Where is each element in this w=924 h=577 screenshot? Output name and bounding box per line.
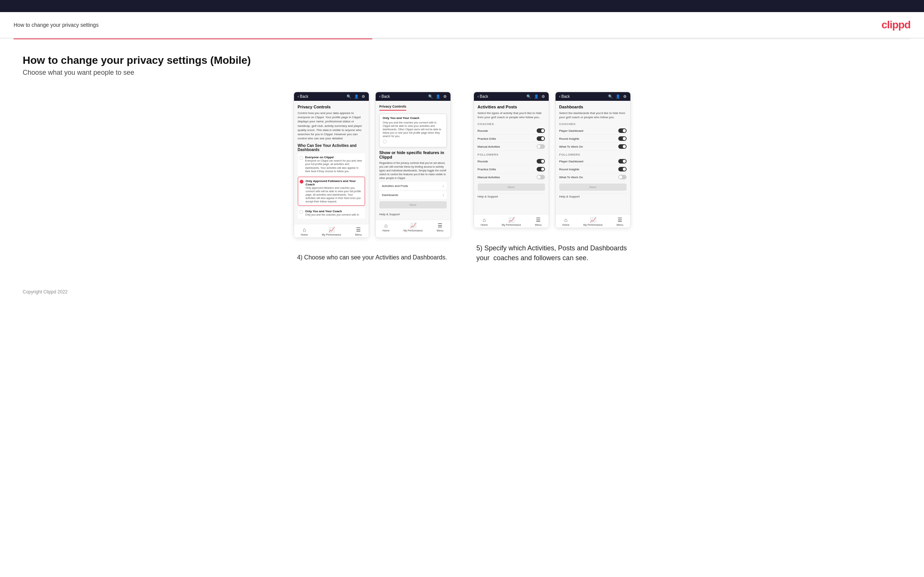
- home-icon-1: ⌂: [303, 227, 306, 233]
- help-support-4: Help & Support: [559, 193, 627, 198]
- main-content: How to change your privacy settings (Mob…: [0, 39, 924, 278]
- toggle-what-to-work-follower-switch[interactable]: [618, 175, 627, 179]
- screen3-body: Select the types of activity that you'd …: [478, 111, 545, 119]
- dropdown-radio[interactable]: [383, 139, 443, 143]
- dashboards-menu[interactable]: Dashboards ›: [380, 191, 447, 199]
- show-hide-title: Show or hide specific features in Clippd: [380, 150, 447, 160]
- phone-mockup-1: ‹ Back 🔍 👤 ⚙ Privacy Controls Control ho…: [294, 92, 369, 238]
- user-icon-1[interactable]: 👤: [354, 94, 359, 98]
- followers-label-4: FOLLOWERS: [559, 153, 627, 156]
- dropdown-radio-circle: [383, 140, 387, 143]
- toggle-rounds-follower[interactable]: Rounds: [478, 158, 545, 165]
- toggle-rounds-coach-switch[interactable]: [536, 128, 545, 133]
- toggle-practice-follower[interactable]: Practice Drills: [478, 165, 545, 173]
- search-icon-2[interactable]: 🔍: [428, 94, 433, 98]
- show-hide-body: Regardless of the privacy controls that …: [380, 161, 447, 180]
- phone-topbar-left-4: ‹ Back: [559, 94, 570, 98]
- coaches-label-4: COACHES: [559, 122, 627, 126]
- search-icon-4[interactable]: 🔍: [608, 94, 612, 98]
- toggle-manual-follower[interactable]: Manual Activities: [478, 173, 545, 181]
- toggle-round-insights-coach[interactable]: Round Insights: [559, 135, 627, 143]
- screen1-subsection: Who Can See Your Activities and Dashboar…: [298, 143, 365, 152]
- search-icon-3[interactable]: 🔍: [527, 94, 531, 98]
- back-button-3[interactable]: ‹ Back: [478, 94, 488, 98]
- radio-option-everyone[interactable]: Everyone on Clippd Everyone on Clippd ca…: [298, 153, 365, 175]
- settings-icon-2[interactable]: ⚙: [443, 94, 447, 98]
- phone-content-2: Privacy Controls Only You and Your Coach…: [376, 101, 451, 220]
- toggle-player-dash-follower[interactable]: Player Dashboard: [559, 158, 627, 165]
- toggle-round-insights-coach-switch[interactable]: [618, 136, 627, 141]
- nav-menu-3[interactable]: ☰ Menu: [535, 217, 542, 226]
- settings-icon-1[interactable]: ⚙: [362, 94, 365, 98]
- page-subheading: Choose what you want people to see: [23, 69, 901, 77]
- phones-row-right: ‹ Back 🔍 👤 ⚙ Activities and Posts Select…: [473, 92, 631, 234]
- nav-home-2[interactable]: ⌂ Home: [383, 222, 389, 232]
- topbar-icons-1: 🔍 👤 ⚙: [347, 94, 365, 98]
- phone-topbar-left-2: ‹ Back: [380, 94, 390, 98]
- toggle-round-insights-follower[interactable]: Round Insights: [559, 165, 627, 173]
- menu-icon-2: ☰: [438, 222, 443, 229]
- footer: Copyright Clippd 2022: [0, 278, 924, 306]
- toggle-player-dash-coach[interactable]: Player Dashboard: [559, 127, 627, 135]
- toggle-manual-follower-switch[interactable]: [536, 175, 545, 179]
- search-icon-1[interactable]: 🔍: [347, 94, 351, 98]
- screenshots-outer: ‹ Back 🔍 👤 ⚙ Privacy Controls Control ho…: [23, 92, 901, 263]
- toggle-round-insights-follower-switch[interactable]: [618, 167, 627, 171]
- toggle-rounds-follower-switch[interactable]: [536, 159, 545, 163]
- nav-menu-2[interactable]: ☰ Menu: [437, 222, 444, 232]
- toggle-what-to-work-coach-switch[interactable]: [618, 144, 627, 149]
- toggle-what-to-work-follower[interactable]: What To Work On: [559, 173, 627, 181]
- user-icon-2[interactable]: 👤: [436, 94, 440, 98]
- activities-posts-menu[interactable]: Activities and Posts ›: [380, 182, 447, 190]
- toggle-manual-coach-switch[interactable]: [536, 144, 545, 149]
- right-section: ‹ Back 🔍 👤 ⚙ Activities and Posts Select…: [473, 92, 631, 263]
- toggle-what-to-work-coach[interactable]: What To Work On: [559, 143, 627, 151]
- back-button-1[interactable]: ‹ Back: [298, 94, 309, 98]
- nav-performance-2[interactable]: 📈 My Performance: [403, 222, 423, 232]
- toggle-player-dash-follower-switch[interactable]: [618, 159, 627, 163]
- nav-menu-1[interactable]: ☰ Menu: [355, 227, 362, 236]
- toggle-practice-follower-switch[interactable]: [536, 167, 545, 171]
- toggle-practice-coach[interactable]: Practice Drills: [478, 135, 545, 143]
- phone-topbar-left-1: ‹ Back: [298, 94, 309, 98]
- nav-home-3[interactable]: ⌂ Home: [481, 217, 488, 226]
- toggle-rounds-coach[interactable]: Rounds: [478, 127, 545, 135]
- back-button-2[interactable]: ‹ Back: [380, 94, 390, 98]
- help-support-3: Help & Support: [478, 193, 545, 198]
- nav-performance-4[interactable]: 📈 My Performance: [583, 217, 603, 226]
- nav-performance-1[interactable]: 📈 My Performance: [321, 227, 341, 236]
- phone-bottom-nav-3: ⌂ Home 📈 My Performance ☰ Menu: [474, 214, 549, 228]
- radio-option-coach-only[interactable]: Only You and Your Coach Only you and the…: [298, 207, 365, 219]
- header-title: How to change your privacy settings: [14, 22, 99, 28]
- nav-home-1[interactable]: ⌂ Home: [301, 227, 308, 236]
- chevron-activities: ›: [443, 184, 444, 188]
- save-button-2[interactable]: Save: [380, 201, 447, 208]
- nav-menu-4[interactable]: ☰ Menu: [617, 217, 624, 226]
- phone-topbar-1: ‹ Back 🔍 👤 ⚙: [294, 92, 369, 101]
- save-button-3[interactable]: Save: [478, 184, 545, 191]
- left-section: ‹ Back 🔍 👤 ⚙ Privacy Controls Control ho…: [294, 92, 451, 263]
- logo: clippd: [882, 19, 910, 31]
- top-bar: [0, 0, 924, 12]
- settings-icon-3[interactable]: ⚙: [541, 94, 545, 98]
- phones-row-left: ‹ Back 🔍 👤 ⚙ Privacy Controls Control ho…: [294, 92, 451, 244]
- screen4-body: Select the dashboards that you'd like to…: [559, 111, 627, 119]
- toggle-player-dash-coach-switch[interactable]: [618, 128, 627, 133]
- privacy-controls-tab[interactable]: Privacy Controls: [380, 105, 407, 111]
- radio-circle-coach-only: [299, 210, 303, 214]
- toggle-manual-coach[interactable]: Manual Activities: [478, 143, 545, 151]
- toggle-practice-coach-switch[interactable]: [536, 136, 545, 141]
- performance-icon-2: 📈: [410, 222, 417, 229]
- screen1-body: Control how you and your data appears to…: [298, 111, 365, 140]
- copyright: Copyright Clippd 2022: [23, 289, 68, 295]
- radio-option-approved[interactable]: Only Approved Followers and Your Coach O…: [298, 177, 365, 206]
- radio-text-everyone: Everyone on Clippd Everyone on Clippd ca…: [305, 156, 363, 172]
- user-icon-3[interactable]: 👤: [534, 94, 538, 98]
- settings-icon-4[interactable]: ⚙: [623, 94, 627, 98]
- nav-performance-3[interactable]: 📈 My Performance: [501, 217, 521, 226]
- nav-home-4[interactable]: ⌂ Home: [562, 217, 570, 226]
- back-button-4[interactable]: ‹ Back: [559, 94, 570, 98]
- user-icon-4[interactable]: 👤: [615, 94, 620, 98]
- topbar-icons-4: 🔍 👤 ⚙: [608, 94, 627, 98]
- save-button-4[interactable]: Save: [559, 184, 627, 191]
